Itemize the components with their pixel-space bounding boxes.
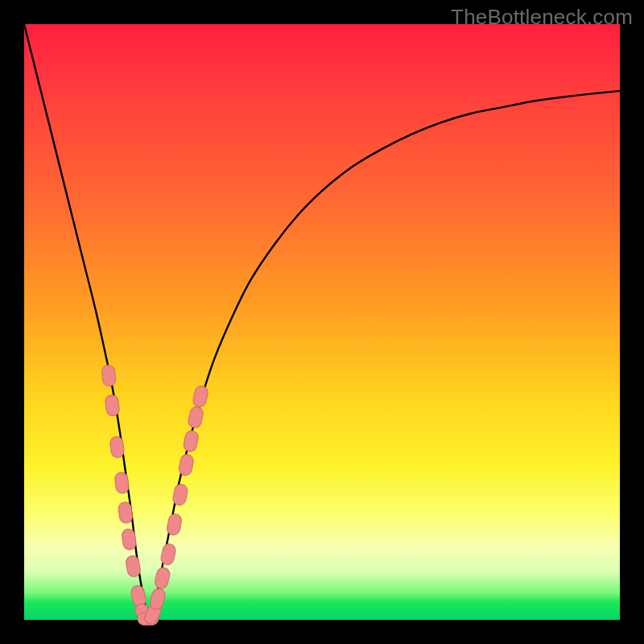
curve-svg bbox=[24, 24, 620, 620]
marker-capsule bbox=[154, 567, 171, 590]
chart-frame: TheBottleneck.com bbox=[0, 0, 644, 644]
marker-capsule bbox=[188, 406, 204, 429]
marker-capsule bbox=[109, 436, 125, 459]
marker-capsule bbox=[159, 543, 176, 566]
marker-capsule bbox=[192, 385, 208, 408]
marker-capsule bbox=[105, 394, 120, 417]
marker-capsule bbox=[125, 555, 141, 577]
marker-capsule bbox=[149, 587, 167, 610]
marker-capsule bbox=[171, 483, 188, 506]
marker-capsule bbox=[101, 365, 117, 387]
highlighted-points bbox=[101, 365, 209, 626]
marker-capsule bbox=[114, 472, 130, 494]
marker-capsule bbox=[178, 453, 195, 477]
marker-capsule bbox=[183, 430, 200, 453]
plot-area bbox=[24, 24, 620, 620]
bottleneck-curve bbox=[24, 24, 620, 620]
marker-capsule bbox=[166, 513, 183, 536]
